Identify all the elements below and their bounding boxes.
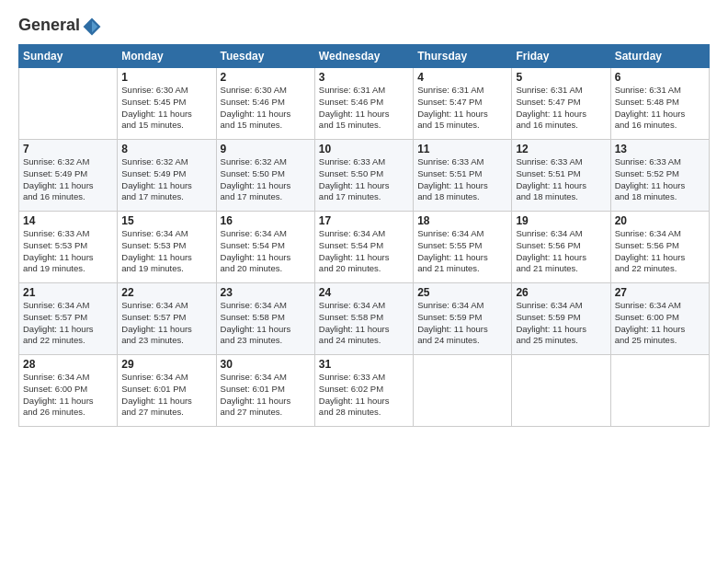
day-number: 28: [23, 358, 113, 371]
day-info: Sunrise: 6:34 AM Sunset: 5:57 PM Dayligh…: [23, 300, 113, 347]
logo-general: General: [18, 17, 102, 37]
day-cell: [414, 355, 512, 427]
day-cell: 3Sunrise: 6:31 AM Sunset: 5:46 PM Daylig…: [314, 68, 413, 140]
day-number: 17: [319, 214, 409, 227]
day-cell: 14Sunrise: 6:33 AM Sunset: 5:53 PM Dayli…: [19, 212, 118, 283]
day-info: Sunrise: 6:34 AM Sunset: 5:59 PM Dayligh…: [417, 300, 507, 347]
day-info: Sunrise: 6:33 AM Sunset: 5:50 PM Dayligh…: [319, 156, 409, 203]
day-number: 24: [319, 286, 409, 299]
day-cell: 31Sunrise: 6:33 AM Sunset: 6:02 PM Dayli…: [314, 355, 413, 427]
day-cell: [512, 355, 610, 427]
day-cell: 30Sunrise: 6:34 AM Sunset: 6:01 PM Dayli…: [216, 355, 314, 427]
day-number: 16: [221, 214, 311, 227]
day-number: 15: [121, 214, 211, 227]
day-cell: 23Sunrise: 6:34 AM Sunset: 5:58 PM Dayli…: [216, 283, 314, 355]
day-info: Sunrise: 6:33 AM Sunset: 5:51 PM Dayligh…: [516, 156, 606, 203]
day-cell: 12Sunrise: 6:33 AM Sunset: 5:51 PM Dayli…: [512, 140, 610, 212]
day-info: Sunrise: 6:33 AM Sunset: 5:52 PM Dayligh…: [615, 156, 705, 203]
day-cell: 6Sunrise: 6:31 AM Sunset: 5:48 PM Daylig…: [610, 68, 709, 140]
day-cell: 20Sunrise: 6:34 AM Sunset: 5:56 PM Dayli…: [610, 212, 709, 283]
day-info: Sunrise: 6:31 AM Sunset: 5:47 PM Dayligh…: [417, 85, 507, 132]
day-info: Sunrise: 6:33 AM Sunset: 5:51 PM Dayligh…: [417, 156, 507, 203]
day-number: 20: [615, 214, 705, 227]
day-info: Sunrise: 6:31 AM Sunset: 5:46 PM Dayligh…: [319, 85, 409, 132]
day-info: Sunrise: 6:30 AM Sunset: 5:45 PM Dayligh…: [121, 85, 211, 132]
day-number: 12: [516, 143, 606, 155]
day-number: 26: [516, 286, 606, 299]
day-info: Sunrise: 6:34 AM Sunset: 5:57 PM Dayligh…: [121, 300, 211, 347]
day-number: 18: [417, 214, 507, 227]
day-info: Sunrise: 6:34 AM Sunset: 6:01 PM Dayligh…: [121, 372, 211, 419]
week-row-4: 21Sunrise: 6:34 AM Sunset: 5:57 PM Dayli…: [19, 283, 710, 355]
day-cell: 4Sunrise: 6:31 AM Sunset: 5:47 PM Daylig…: [414, 68, 512, 140]
weekday-header-friday: Friday: [512, 45, 610, 68]
day-number: 23: [221, 286, 311, 299]
week-row-5: 28Sunrise: 6:34 AM Sunset: 6:00 PM Dayli…: [19, 355, 710, 427]
day-cell: 2Sunrise: 6:30 AM Sunset: 5:46 PM Daylig…: [216, 68, 314, 140]
day-info: Sunrise: 6:34 AM Sunset: 5:56 PM Dayligh…: [615, 228, 705, 275]
weekday-header-wednesday: Wednesday: [314, 45, 413, 68]
day-number: 21: [23, 286, 113, 299]
day-number: 9: [221, 143, 311, 155]
day-cell: 22Sunrise: 6:34 AM Sunset: 5:57 PM Dayli…: [118, 283, 216, 355]
day-cell: 21Sunrise: 6:34 AM Sunset: 5:57 PM Dayli…: [19, 283, 118, 355]
day-info: Sunrise: 6:30 AM Sunset: 5:46 PM Dayligh…: [221, 85, 311, 132]
day-number: 29: [121, 358, 211, 371]
day-number: 30: [221, 358, 311, 371]
day-info: Sunrise: 6:34 AM Sunset: 5:56 PM Dayligh…: [516, 228, 606, 275]
day-info: Sunrise: 6:34 AM Sunset: 5:55 PM Dayligh…: [417, 228, 507, 275]
day-number: 13: [615, 143, 705, 155]
day-cell: 9Sunrise: 6:32 AM Sunset: 5:50 PM Daylig…: [216, 140, 314, 212]
day-info: Sunrise: 6:34 AM Sunset: 5:54 PM Dayligh…: [221, 228, 311, 275]
weekday-header-thursday: Thursday: [414, 45, 512, 68]
day-cell: 26Sunrise: 6:34 AM Sunset: 5:59 PM Dayli…: [512, 283, 610, 355]
page: General SundayMondayTuesdayWednesdayThur…: [0, 0, 728, 563]
day-cell: 17Sunrise: 6:34 AM Sunset: 5:54 PM Dayli…: [314, 212, 413, 283]
day-number: 22: [121, 286, 211, 299]
day-info: Sunrise: 6:32 AM Sunset: 5:49 PM Dayligh…: [121, 156, 211, 203]
logo: General: [18, 17, 102, 37]
day-info: Sunrise: 6:33 AM Sunset: 6:02 PM Dayligh…: [319, 372, 409, 419]
day-cell: 19Sunrise: 6:34 AM Sunset: 5:56 PM Dayli…: [512, 212, 610, 283]
day-number: 14: [23, 214, 113, 227]
day-cell: 29Sunrise: 6:34 AM Sunset: 6:01 PM Dayli…: [118, 355, 216, 427]
day-number: 3: [319, 71, 409, 84]
day-cell: 8Sunrise: 6:32 AM Sunset: 5:49 PM Daylig…: [118, 140, 216, 212]
weekday-header-monday: Monday: [118, 45, 216, 68]
day-info: Sunrise: 6:31 AM Sunset: 5:48 PM Dayligh…: [615, 85, 705, 132]
day-cell: 16Sunrise: 6:34 AM Sunset: 5:54 PM Dayli…: [216, 212, 314, 283]
day-number: 6: [615, 71, 705, 84]
header: General: [18, 17, 710, 37]
day-cell: 18Sunrise: 6:34 AM Sunset: 5:55 PM Dayli…: [414, 212, 512, 283]
week-row-3: 14Sunrise: 6:33 AM Sunset: 5:53 PM Dayli…: [19, 212, 710, 283]
day-info: Sunrise: 6:34 AM Sunset: 5:58 PM Dayligh…: [221, 300, 311, 347]
day-info: Sunrise: 6:34 AM Sunset: 5:54 PM Dayligh…: [319, 228, 409, 275]
week-row-1: 1Sunrise: 6:30 AM Sunset: 5:45 PM Daylig…: [19, 68, 710, 140]
day-number: 27: [615, 286, 705, 299]
day-number: 8: [121, 143, 211, 155]
day-number: 10: [319, 143, 409, 155]
weekday-header-saturday: Saturday: [610, 45, 709, 68]
calendar-table: SundayMondayTuesdayWednesdayThursdayFrid…: [18, 44, 710, 427]
day-cell: 7Sunrise: 6:32 AM Sunset: 5:49 PM Daylig…: [19, 140, 118, 212]
day-info: Sunrise: 6:34 AM Sunset: 6:00 PM Dayligh…: [23, 372, 113, 419]
day-cell: 28Sunrise: 6:34 AM Sunset: 6:00 PM Dayli…: [19, 355, 118, 427]
day-cell: 25Sunrise: 6:34 AM Sunset: 5:59 PM Dayli…: [414, 283, 512, 355]
day-cell: 5Sunrise: 6:31 AM Sunset: 5:47 PM Daylig…: [512, 68, 610, 140]
day-cell: 15Sunrise: 6:34 AM Sunset: 5:53 PM Dayli…: [118, 212, 216, 283]
day-cell: 1Sunrise: 6:30 AM Sunset: 5:45 PM Daylig…: [118, 68, 216, 140]
day-number: 11: [417, 143, 507, 155]
day-info: Sunrise: 6:34 AM Sunset: 6:00 PM Dayligh…: [615, 300, 705, 347]
day-info: Sunrise: 6:34 AM Sunset: 5:53 PM Dayligh…: [121, 228, 211, 275]
day-cell: 24Sunrise: 6:34 AM Sunset: 5:58 PM Dayli…: [314, 283, 413, 355]
day-cell: 13Sunrise: 6:33 AM Sunset: 5:52 PM Dayli…: [610, 140, 709, 212]
day-number: 31: [319, 358, 409, 371]
day-info: Sunrise: 6:32 AM Sunset: 5:49 PM Dayligh…: [23, 156, 113, 203]
weekday-header-sunday: Sunday: [19, 45, 118, 68]
day-number: 1: [121, 71, 211, 84]
logo-icon: [82, 17, 102, 37]
day-info: Sunrise: 6:34 AM Sunset: 5:58 PM Dayligh…: [319, 300, 409, 347]
day-cell: 11Sunrise: 6:33 AM Sunset: 5:51 PM Dayli…: [414, 140, 512, 212]
day-info: Sunrise: 6:34 AM Sunset: 5:59 PM Dayligh…: [516, 300, 606, 347]
day-info: Sunrise: 6:33 AM Sunset: 5:53 PM Dayligh…: [23, 228, 113, 275]
